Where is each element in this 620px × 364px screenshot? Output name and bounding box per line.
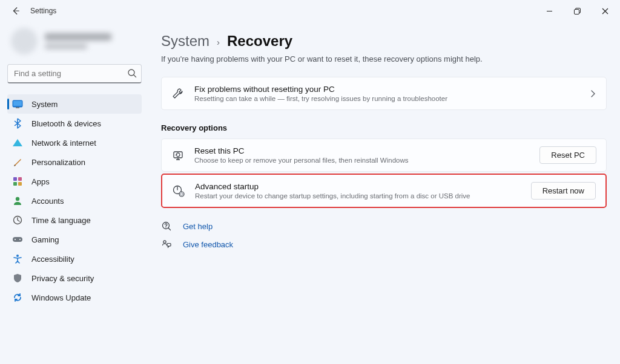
svg-point-18 (179, 192, 184, 197)
card-desc: Restart your device to change startup se… (195, 192, 521, 200)
svg-rect-6 (13, 177, 17, 181)
reset-pc-card: Reset this PC Choose to keep or remove y… (161, 138, 607, 172)
avatar (11, 28, 38, 54)
svg-point-21 (163, 241, 166, 243)
main-content: System › Recovery If you're having probl… (149, 22, 620, 364)
svg-point-15 (16, 255, 19, 257)
gaming-icon (12, 234, 23, 245)
svg-rect-5 (16, 108, 19, 108)
svg-rect-8 (13, 182, 17, 186)
sidebar-item-label: Privacy & security (31, 274, 94, 283)
sidebar-item-label: System (31, 100, 58, 109)
nav: System Bluetooth & devices Network & int… (7, 94, 142, 307)
recovery-options: Reset this PC Choose to keep or remove y… (161, 138, 607, 208)
svg-rect-12 (13, 237, 22, 242)
svg-rect-1 (574, 9, 579, 14)
sidebar-item-accounts[interactable]: Accounts (7, 191, 142, 210)
svg-rect-4 (13, 101, 22, 106)
breadcrumb: System › Recovery (161, 33, 607, 50)
sidebar-item-label: Gaming (31, 235, 59, 244)
system-icon (12, 99, 23, 109)
sidebar-item-personalization[interactable]: Personalization (7, 152, 142, 172)
card-title: Advanced startup (195, 182, 521, 191)
advanced-startup-card: Advanced startup Restart your device to … (161, 174, 607, 208)
user-profile[interactable] (7, 25, 142, 60)
sidebar-item-label: Network & internet (31, 138, 96, 148)
sidebar-item-time[interactable]: Time & language (7, 210, 142, 230)
window-title: Settings (30, 7, 56, 15)
sidebar: System Bluetooth & devices Network & int… (0, 22, 149, 364)
sidebar-item-update[interactable]: Windows Update (7, 288, 142, 307)
help-links: Get help Give feedback (161, 221, 607, 249)
sidebar-item-privacy[interactable]: Privacy & security (7, 268, 142, 288)
back-button[interactable] (8, 4, 23, 18)
sidebar-item-label: Personalization (31, 158, 85, 167)
sidebar-item-label: Bluetooth & devices (31, 119, 101, 128)
sidebar-item-network[interactable]: Network & internet (7, 133, 142, 152)
sidebar-item-label: Time & language (31, 216, 91, 225)
card-desc: Resetting can take a while — first, try … (194, 95, 579, 102)
sidebar-item-label: Accounts (31, 197, 64, 206)
reset-pc-button[interactable]: Reset PC (539, 146, 596, 164)
chevron-right-icon: › (217, 37, 220, 47)
sidebar-item-system[interactable]: System (7, 94, 142, 114)
close-button[interactable] (591, 1, 619, 21)
reset-icon (171, 149, 185, 161)
apps-icon (12, 176, 23, 187)
svg-rect-9 (18, 182, 22, 186)
get-help-row: Get help (161, 221, 607, 231)
svg-point-13 (15, 239, 16, 240)
power-settings-icon (172, 184, 185, 198)
sidebar-item-label: Windows Update (31, 293, 91, 302)
search-input[interactable] (7, 64, 142, 83)
page-title: Recovery (227, 33, 292, 50)
give-feedback-row: Give feedback (161, 239, 607, 249)
time-icon (12, 215, 23, 226)
get-help-link[interactable]: Get help (183, 222, 213, 231)
card-desc: Choose to keep or remove your personal f… (194, 157, 530, 164)
svg-rect-22 (167, 244, 171, 247)
svg-point-14 (19, 239, 21, 240)
feedback-icon (161, 239, 172, 249)
page-subtitle: If you're having problems with your PC o… (161, 54, 607, 63)
window-controls (535, 1, 619, 21)
svg-point-20 (165, 227, 166, 227)
bluetooth-icon (12, 118, 23, 129)
svg-point-10 (16, 197, 19, 201)
sidebar-item-label: Apps (31, 177, 50, 186)
sidebar-item-accessibility[interactable]: Accessibility (7, 249, 142, 268)
chevron-right-icon (589, 90, 596, 97)
accounts-icon (12, 195, 23, 206)
sidebar-item-label: Accessibility (31, 255, 74, 264)
title-bar: Settings (0, 0, 620, 22)
wrench-icon (171, 88, 185, 100)
breadcrumb-parent[interactable]: System (161, 33, 209, 50)
update-icon (12, 292, 23, 303)
maximize-button[interactable] (563, 1, 591, 21)
accessibility-icon (12, 253, 23, 264)
help-icon (161, 221, 172, 231)
minimize-button[interactable] (535, 1, 563, 21)
svg-rect-7 (18, 177, 22, 181)
sidebar-item-apps[interactable]: Apps (7, 172, 142, 191)
shield-icon (12, 273, 23, 284)
section-title: Recovery options (161, 123, 607, 132)
card-title: Fix problems without resetting your PC (194, 85, 579, 94)
personalization-icon (12, 157, 23, 167)
sidebar-item-bluetooth[interactable]: Bluetooth & devices (7, 114, 142, 133)
network-icon (12, 137, 23, 148)
give-feedback-link[interactable]: Give feedback (183, 240, 233, 249)
troubleshoot-card[interactable]: Fix problems without resetting your PC R… (161, 77, 607, 110)
restart-now-button[interactable]: Restart now (531, 182, 596, 200)
search-box (7, 64, 142, 83)
card-title: Reset this PC (194, 146, 530, 155)
sidebar-item-gaming[interactable]: Gaming (7, 230, 142, 249)
